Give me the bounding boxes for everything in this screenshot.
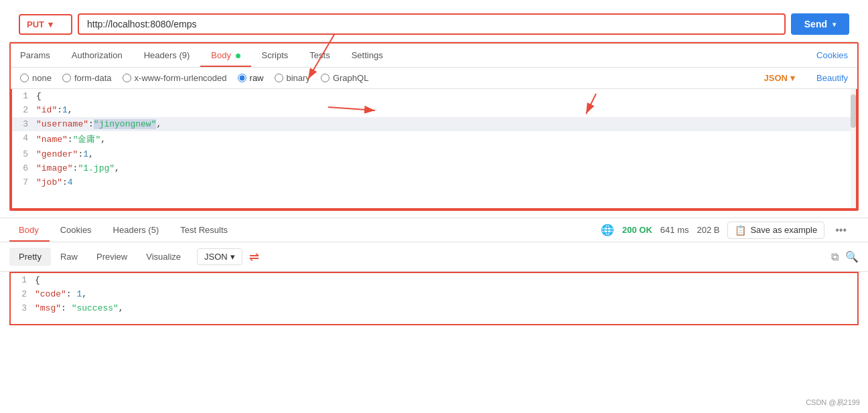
response-tab-body[interactable]: Body	[9, 218, 50, 242]
response-line-1: 1 {	[11, 273, 857, 287]
scrollbar-track[interactable]	[851, 89, 856, 208]
radio-urlencoded[interactable]: x-www-form-urlencoded	[123, 73, 227, 83]
response-format-select[interactable]: JSON ▾	[197, 248, 242, 265]
code-line-7: 7 "job":4	[12, 175, 856, 189]
format-chevron-icon: ▾	[230, 252, 235, 262]
main-wrapper: PUT ▾ http://localhost:8080/emps Send ▾ …	[0, 0, 868, 413]
code-line-2: 2 "id":1,	[12, 103, 856, 117]
tab-scripts[interactable]: Scripts	[251, 44, 299, 67]
json-label: JSON	[764, 73, 788, 83]
response-tab-cookies[interactable]: Cookies	[50, 218, 102, 242]
request-body-editor[interactable]: 1 { 2 "id":1, 3 "username":"jinyongnew",…	[11, 89, 857, 210]
response-tab-bar: Body Cookies Headers (5) Test Results 🌐 …	[0, 218, 868, 242]
top-section: PUT ▾ http://localhost:8080/emps Send ▾	[0, 0, 868, 42]
save-icon: 📋	[735, 225, 746, 236]
radio-binary[interactable]: binary	[275, 73, 310, 83]
tab-body[interactable]: Body	[200, 44, 250, 67]
response-actions: ⧉ 🔍	[831, 250, 859, 263]
send-chevron-icon: ▾	[833, 21, 836, 28]
watermark: CSDN @易2199	[806, 398, 860, 408]
url-input[interactable]: http://localhost:8080/emps	[78, 13, 786, 35]
status-ok-label: 200 OK	[622, 225, 652, 235]
tab-params[interactable]: Params	[20, 44, 61, 67]
method-select[interactable]: PUT ▾	[19, 14, 72, 35]
response-size: 202 B	[697, 225, 719, 235]
code-line-3: 3 "username":"jinyongnew",	[12, 117, 856, 131]
code-line-1: 1 {	[12, 89, 856, 103]
code-line-5: 5 "gender":1,	[12, 147, 856, 161]
copy-icon[interactable]: ⧉	[831, 251, 839, 263]
response-format-label: JSON	[204, 252, 228, 262]
code-line-6: 6 "image":"1.jpg",	[12, 161, 856, 175]
view-tab-visualize[interactable]: Visualize	[137, 248, 190, 266]
view-tab-preview[interactable]: Preview	[87, 248, 137, 266]
save-example-button[interactable]: 📋 Save as example	[727, 222, 824, 239]
tab-authorization[interactable]: Authorization	[61, 44, 133, 67]
response-status-bar: 🌐 200 OK 641 ms 202 B 📋 Save as example …	[601, 222, 859, 239]
beautify-button[interactable]: Beautify	[816, 73, 848, 83]
radio-graphql[interactable]: GraphQL	[321, 73, 368, 83]
response-view-bar: Pretty Raw Preview Visualize JSON ▾ ⇌ ⧉ …	[0, 242, 868, 272]
request-tab-bar: Params Authorization Headers (9) Body Sc…	[11, 44, 857, 68]
radio-none[interactable]: none	[20, 73, 52, 83]
view-tab-pretty[interactable]: Pretty	[9, 248, 51, 266]
cookies-link[interactable]: Cookies	[816, 50, 848, 60]
url-value: http://localhost:8080/emps	[87, 19, 196, 29]
tab-tests[interactable]: Tests	[299, 44, 340, 67]
globe-icon: 🌐	[601, 224, 614, 236]
wrap-button[interactable]: ⇌	[249, 250, 259, 264]
scrollbar-thumb[interactable]	[851, 94, 856, 128]
response-tab-headers[interactable]: Headers (5)	[102, 218, 170, 242]
save-example-label: Save as example	[750, 225, 817, 235]
response-code-area[interactable]: 1 { 2 "code": 1, 3 "msg": "success",	[9, 272, 859, 325]
method-label: PUT	[27, 19, 44, 29]
send-label: Send	[804, 19, 827, 29]
response-section: Body Cookies Headers (5) Test Results 🌐 …	[0, 218, 868, 325]
body-dot	[236, 54, 240, 58]
response-line-3: 3 "msg": "success",	[11, 301, 857, 315]
more-options-button[interactable]: •••	[833, 224, 849, 236]
body-type-bar: none form-data x-www-form-urlencoded raw…	[11, 68, 857, 89]
code-line-4: 4 "name":"金庸",	[12, 131, 856, 147]
tab-settings[interactable]: Settings	[341, 44, 394, 67]
tab-headers[interactable]: Headers (9)	[133, 44, 201, 67]
radio-form-data[interactable]: form-data	[62, 73, 112, 83]
request-section: Params Authorization Headers (9) Body Sc…	[9, 42, 859, 211]
response-line-2: 2 "code": 1,	[11, 287, 857, 301]
send-button[interactable]: Send ▾	[791, 13, 849, 35]
method-chevron-icon: ▾	[48, 19, 64, 29]
json-chevron-icon: ▾	[790, 73, 795, 83]
search-icon[interactable]: 🔍	[845, 250, 859, 263]
radio-raw[interactable]: raw	[238, 73, 264, 83]
top-bar: PUT ▾ http://localhost:8080/emps Send ▾	[9, 7, 859, 42]
response-time: 641 ms	[660, 225, 689, 235]
response-tab-test-results[interactable]: Test Results	[169, 218, 238, 242]
view-tab-raw[interactable]: Raw	[51, 248, 87, 266]
json-format-select[interactable]: JSON ▾	[764, 73, 795, 83]
